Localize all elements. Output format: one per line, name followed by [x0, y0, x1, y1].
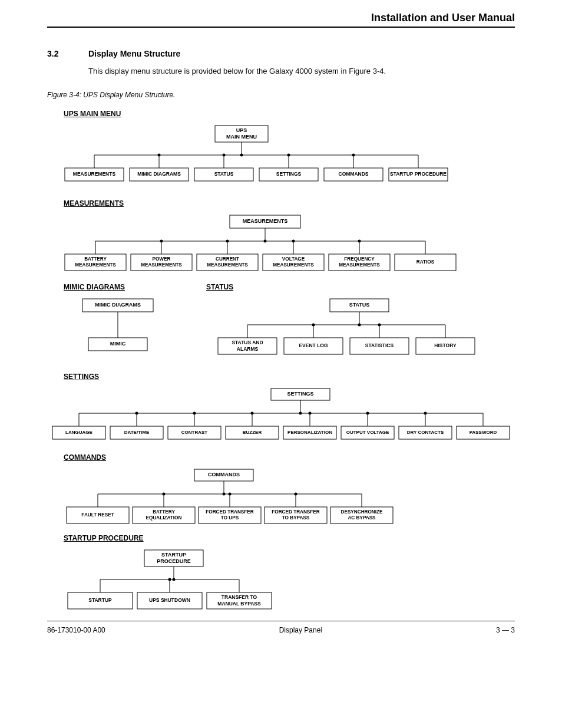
- tree-heading-mimic: MIMIC DIAGRAMS: [64, 283, 206, 291]
- svg-text:MIMIC DIAGRAMS: MIMIC DIAGRAMS: [137, 171, 181, 177]
- svg-point-52: [358, 240, 361, 243]
- header-title: Installation and User Manual: [371, 12, 515, 24]
- footer-center: Display Panel: [279, 626, 322, 634]
- svg-point-75: [312, 324, 315, 327]
- svg-point-59: [264, 240, 267, 243]
- svg-point-139: [295, 493, 297, 496]
- svg-text:SETTINGS: SETTINGS: [276, 171, 302, 177]
- svg-text:MEASUREMENTS: MEASUREMENTS: [243, 218, 288, 224]
- svg-point-120: [299, 412, 302, 415]
- svg-point-157: [168, 578, 171, 581]
- svg-text:STATUS: STATUS: [214, 171, 234, 177]
- svg-point-47: [292, 240, 295, 243]
- svg-text:CURRENT: CURRENT: [216, 256, 239, 262]
- svg-text:MEASUREMENTS: MEASUREMENTS: [75, 262, 116, 268]
- svg-point-98: [193, 412, 196, 415]
- svg-text:MAIN MENU: MAIN MENU: [226, 134, 257, 140]
- figure-caption: Figure 3-4: UPS Display Menu Structure.: [47, 91, 515, 99]
- page: Installation and User Manual 3.2 Display…: [0, 0, 562, 652]
- svg-point-42: [226, 240, 229, 243]
- tree-heading-status: STATUS: [206, 283, 515, 291]
- section-heading-row: 3.2 Display Menu Structure: [47, 49, 515, 58]
- tree-heading-commands: COMMANDS: [64, 453, 515, 462]
- tree-heading-startup: STARTUP PROCEDURE: [64, 534, 515, 542]
- footer-left: 86-173010-00 A00: [47, 626, 105, 634]
- svg-point-106: [309, 412, 312, 415]
- svg-text:DATE/TIME: DATE/TIME: [124, 430, 150, 435]
- svg-point-13: [223, 154, 226, 157]
- svg-text:HISTORY: HISTORY: [434, 342, 457, 348]
- svg-text:STATISTICS: STATISTICS: [365, 342, 394, 348]
- tree-main: UPSMAIN MENUMEASUREMENTSMIMIC DIAGRAMSST…: [47, 123, 515, 199]
- tree-settings: SETTINGSLANGUAGEDATE/TIMECONTRASTBUZZERP…: [47, 386, 515, 453]
- svg-text:OUTPUT VOLTAGE: OUTPUT VOLTAGE: [346, 430, 389, 435]
- svg-text:COMMANDS: COMMANDS: [208, 472, 240, 477]
- page-footer: 86-173010-00 A00 Display Panel 3 — 3: [47, 621, 515, 634]
- tree-startup: STARTUPPROCEDURESTARTUPUPS SHUTDOWNTRANS…: [47, 547, 342, 615]
- svg-text:EQUALIZATION: EQUALIZATION: [146, 515, 182, 521]
- svg-text:AC BYPASS: AC BYPASS: [348, 515, 376, 521]
- svg-point-21: [352, 154, 355, 157]
- svg-point-164: [173, 578, 176, 581]
- tree-row-mimic-status: MIMIC DIAGRAMS MIMIC DIAGRAMSMIMIC STATU…: [47, 283, 515, 373]
- svg-text:EVENT LOG: EVENT LOG: [299, 342, 328, 348]
- svg-text:TO BYPASS: TO BYPASS: [282, 515, 310, 521]
- svg-text:RATIOS: RATIOS: [416, 259, 435, 265]
- svg-text:MEASUREMENTS: MEASUREMENTS: [73, 171, 116, 177]
- svg-text:UPS: UPS: [236, 127, 247, 133]
- page-header: Installation and User Manual: [47, 12, 515, 28]
- svg-point-147: [223, 493, 226, 496]
- svg-text:LANGUAGE: LANGUAGE: [65, 430, 92, 435]
- svg-point-94: [135, 412, 138, 415]
- svg-text:BUZZER: BUZZER: [243, 430, 262, 435]
- svg-point-134: [229, 493, 232, 496]
- svg-text:CONTRAST: CONTRAST: [181, 430, 208, 435]
- svg-text:MEASUREMENTS: MEASUREMENTS: [339, 262, 380, 268]
- svg-text:FAULT RESET: FAULT RESET: [81, 512, 114, 518]
- svg-text:TRANSFER TO: TRANSFER TO: [222, 594, 257, 600]
- svg-point-85: [358, 324, 361, 327]
- section-title: Display Menu Structure: [88, 49, 180, 58]
- svg-text:STARTUP: STARTUP: [161, 552, 186, 558]
- svg-point-79: [378, 324, 381, 327]
- svg-text:TO UPS: TO UPS: [221, 515, 239, 521]
- svg-point-9: [158, 154, 161, 157]
- section-body: This display menu structure is provided …: [88, 67, 515, 75]
- svg-text:ALARMS: ALARMS: [237, 346, 259, 352]
- svg-text:BATTERY: BATTERY: [153, 509, 175, 515]
- svg-text:COMMANDS: COMMANDS: [339, 171, 369, 177]
- svg-text:DRY CONTACTS: DRY CONTACTS: [407, 430, 444, 435]
- svg-text:STARTUP PROCEDURE: STARTUP PROCEDURE: [390, 171, 447, 177]
- svg-text:FREQUENCY: FREQUENCY: [344, 256, 375, 262]
- tree-heading-settings: SETTINGS: [64, 373, 515, 381]
- svg-text:POWER: POWER: [153, 256, 171, 262]
- svg-text:STARTUP: STARTUP: [88, 597, 112, 603]
- svg-text:BATTERY: BATTERY: [84, 256, 107, 262]
- tree-status: STATUSSTATUS ANDALARMSEVENT LOGSTATISTIC…: [206, 296, 513, 373]
- footer-right: 3 — 3: [496, 626, 515, 634]
- tree-heading-main: UPS MAIN MENU: [64, 110, 515, 118]
- svg-text:MANUAL BYPASS: MANUAL BYPASS: [217, 601, 261, 607]
- svg-point-102: [251, 412, 254, 415]
- svg-text:MIMIC DIAGRAMS: MIMIC DIAGRAMS: [95, 302, 141, 308]
- tree-commands: COMMANDSFAULT RESETBATTERYEQUALIZATIONFO…: [47, 466, 515, 534]
- svg-text:FORCED TRANSFER: FORCED TRANSFER: [272, 509, 320, 515]
- svg-text:MEASUREMENTS: MEASUREMENTS: [207, 262, 248, 268]
- svg-text:PROCEDURE: PROCEDURE: [157, 558, 191, 564]
- svg-point-37: [160, 240, 163, 243]
- svg-point-114: [424, 412, 427, 415]
- svg-text:VOLTAGE: VOLTAGE: [282, 256, 305, 262]
- svg-text:MEASUREMENTS: MEASUREMENTS: [141, 262, 182, 268]
- tree-heading-measurements: MEASUREMENTS: [64, 199, 515, 207]
- svg-point-110: [366, 412, 369, 415]
- svg-text:STATUS AND: STATUS AND: [232, 340, 263, 345]
- svg-text:STATUS: STATUS: [349, 302, 370, 308]
- svg-point-27: [240, 154, 243, 157]
- svg-text:MEASUREMENTS: MEASUREMENTS: [273, 262, 314, 268]
- svg-text:SETTINGS: SETTINGS: [287, 391, 313, 397]
- svg-point-17: [287, 154, 290, 157]
- svg-text:FORCED TRANSFER: FORCED TRANSFER: [206, 509, 254, 515]
- svg-text:UPS SHUTDOWN: UPS SHUTDOWN: [149, 597, 190, 603]
- svg-text:DESYNCHRONIZE: DESYNCHRONIZE: [341, 509, 384, 515]
- svg-text:PERSONALIZATION: PERSONALIZATION: [287, 430, 332, 435]
